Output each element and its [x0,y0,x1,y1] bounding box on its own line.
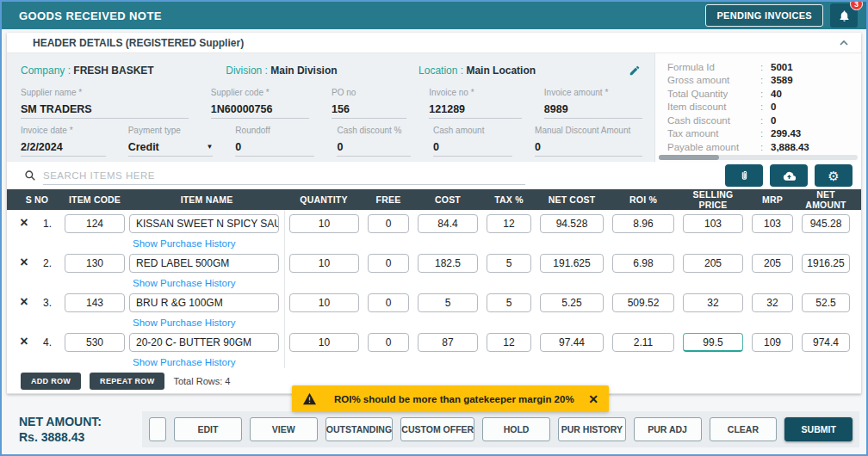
meta-location: Location : Main Location [418,65,627,77]
net_cost-input[interactable]: 94.528 [540,214,604,233]
net_amount-input[interactable]: 1916.25 [802,254,850,273]
item-code-input[interactable]: 530 [65,333,125,352]
free-input[interactable]: 0 [368,293,409,312]
field-input[interactable]: Credit▼ [128,138,214,157]
quantity-input[interactable]: 10 [289,333,359,352]
mrp-input[interactable]: 32 [752,293,793,312]
show-purchase-history-link[interactable]: Show Purchase History [129,317,284,328]
cost-input[interactable]: 87 [418,333,478,352]
cost-input[interactable]: 182.5 [418,254,478,273]
submit-button[interactable]: SUBMIT [784,417,852,441]
tax-input[interactable]: 5 [487,293,531,312]
tax-input[interactable]: 5 [487,254,531,273]
clear-button[interactable]: CLEAR [710,417,778,441]
show-purchase-history-link[interactable]: Show Purchase History [129,357,284,367]
settings-button[interactable]: ⚙ [815,164,852,187]
free-input[interactable]: 0 [368,214,409,233]
mrp-cell: 109 [747,329,797,368]
free-cell: 0 [363,250,413,289]
pencil-icon [629,65,641,77]
item-code-input[interactable]: 124 [65,214,125,233]
net_cost-input[interactable]: 191.625 [540,254,604,273]
edit-header-button[interactable] [627,63,642,78]
notifications-button[interactable]: 3 [830,3,858,28]
roi-input[interactable]: 2.11 [612,333,674,352]
search-input[interactable] [43,166,525,185]
quantity-input[interactable]: 10 [289,254,359,273]
field-input[interactable]: 8989 [544,100,642,119]
quantity-cell: 10 [284,250,363,289]
free-input[interactable]: 0 [368,254,409,273]
field-input[interactable]: 121289 [429,100,521,119]
field-input[interactable]: 2/2/2024 [21,138,106,157]
dropdown-arrow-icon: ▼ [206,143,213,151]
item-code-input[interactable]: 130 [65,254,125,273]
net_amount-input[interactable]: 52.5 [802,293,850,312]
cost-input[interactable]: 5 [418,293,478,312]
roi-input[interactable]: 8.96 [612,214,674,233]
mini-toggle-button[interactable] [149,417,166,441]
field-input[interactable]: 0 [235,138,314,157]
field-input[interactable]: 0 [337,138,411,157]
edit-button[interactable]: EDIT [174,417,242,441]
mrp-input[interactable]: 205 [752,254,793,273]
warning-icon [302,392,317,405]
quantity-input[interactable]: 10 [289,293,359,312]
item-code-cell: 130 [60,250,129,289]
item-name-input[interactable]: 20-20 C- BUTTER 90GM [129,333,279,352]
outstanding-button[interactable]: OUTSTANDING [326,417,394,441]
section-title: HEADER DETAILS (REGISTERED Supplier) [33,37,244,49]
delete-row-icon[interactable]: × [14,250,34,269]
view-button[interactable]: VIEW [250,417,318,441]
show-purchase-history-link[interactable]: Show Purchase History [129,238,284,249]
summary-scrollbar-thumb[interactable] [659,155,719,160]
custom-offer-button[interactable]: CUSTOM OFFER [400,417,474,441]
roi-input[interactable]: 6.98 [612,254,674,273]
free-input[interactable]: 0 [368,333,409,352]
field-input[interactable]: 0 [535,138,642,157]
pending-invoices-button[interactable]: PENDING INVOICES [705,4,823,27]
attachment-button[interactable] [725,164,763,187]
add-row-button[interactable]: ADD ROW [21,373,81,390]
row-number: 4. [34,329,60,348]
roi-input[interactable]: 509.52 [612,293,674,312]
repeat-row-button[interactable]: REPEAT ROW [90,373,164,390]
selling_price-input[interactable]: 205 [683,254,743,273]
show-purchase-history-link[interactable]: Show Purchase History [129,278,284,288]
selling_price-input[interactable]: 32 [683,293,743,312]
cloud-upload-button[interactable] [770,164,808,187]
delete-row-icon[interactable]: × [14,210,34,230]
item-name-input[interactable]: KISSAN SWEET N SPICY SAUCE 500GM [129,214,279,233]
net_amount-input[interactable]: 974.4 [802,333,850,352]
item-code-input[interactable]: 143 [65,293,125,312]
tax-input[interactable]: 12 [487,214,531,233]
net_amount-input[interactable]: 945.28 [802,214,850,233]
gear-icon: ⚙ [828,169,839,182]
pur-adj-button[interactable]: PUR ADJ [634,417,702,441]
selling_price-input[interactable]: 99.5 [683,333,743,352]
toast-close-icon[interactable]: ✕ [588,392,598,406]
field-cash-discount-: Cash discount %0 [337,126,411,157]
column-header-tax-: TAX % [482,194,536,205]
quantity-input[interactable]: 10 [289,214,359,233]
field-input[interactable]: 156 [332,100,406,119]
delete-row-icon[interactable]: × [14,289,34,309]
mrp-input[interactable]: 103 [752,214,793,233]
mrp-input[interactable]: 109 [752,333,793,352]
field-input[interactable]: 0 [433,138,512,157]
tax-input[interactable]: 12 [487,333,531,352]
net_cost-input[interactable]: 5.25 [540,293,604,312]
field-input[interactable]: 1N60000756 [211,100,309,119]
pur-history-button[interactable]: PUR HISTORY [558,417,626,441]
field-input[interactable]: SM TRADERS [21,100,189,119]
hold-button[interactable]: HOLD [482,417,550,441]
column-header-roi-: ROI % [608,194,679,205]
cost-input[interactable]: 84.4 [418,214,478,233]
summary-scrollbar[interactable] [659,155,858,160]
collapse-chevron-icon[interactable] [839,39,849,47]
delete-row-icon[interactable]: × [14,329,34,348]
item-name-input[interactable]: BRU R &G 100GM [129,293,279,312]
item-name-input[interactable]: RED LABEL 500GM [129,254,279,273]
net_cost-input[interactable]: 97.44 [540,333,604,352]
selling_price-input[interactable]: 103 [683,214,743,233]
